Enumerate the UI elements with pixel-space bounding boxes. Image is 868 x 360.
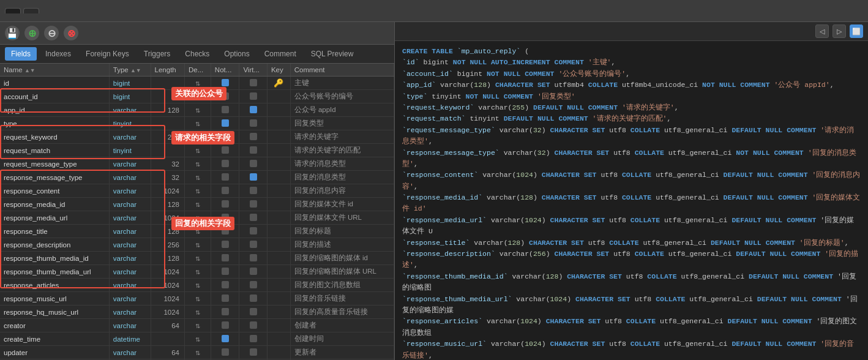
- field-notnull: [211, 184, 239, 198]
- table-row[interactable]: response_content varchar 1024 ⇅ 回复的消息内容: [0, 184, 394, 198]
- field-virtual: [239, 225, 268, 238]
- field-notnull: [211, 319, 239, 332]
- save-button[interactable]: 💾: [5, 26, 20, 40]
- tab-comment[interactable]: Comment: [258, 47, 302, 61]
- table-row[interactable]: response_title varchar 128 ⇅ 回复的标题: [0, 225, 394, 238]
- table-row[interactable]: request_keyword varchar 255 ⇅ 请求的关键字: [0, 130, 394, 144]
- field-name: create_time: [0, 332, 109, 346]
- field-length: 32: [151, 171, 184, 184]
- field-default: ⇅: [184, 144, 211, 157]
- table-row[interactable]: response_media_id varchar 128 ⇅ 回复的媒体文件 …: [0, 198, 394, 211]
- field-key: [267, 171, 290, 184]
- copy-sql-button[interactable]: ⬜: [850, 24, 863, 38]
- table-row[interactable]: id bigint ⇅ 🔑 主键: [0, 77, 394, 90]
- field-default: ⇅: [184, 90, 211, 103]
- field-default: ⇅: [184, 130, 211, 144]
- table-row[interactable]: response_message_type varchar 32 ⇅ 回复的消息…: [0, 171, 394, 184]
- sub-tabs: Fields Indexes Foreign Keys Triggers Che…: [0, 45, 394, 64]
- nav-back-button[interactable]: ◁: [815, 24, 829, 38]
- field-virtual: [239, 103, 268, 117]
- table-row[interactable]: create_time datetime ⇅ 创建时间: [0, 332, 394, 346]
- field-key: [267, 225, 290, 238]
- field-virtual: [239, 198, 268, 211]
- col-comment[interactable]: Comment: [290, 64, 394, 77]
- col-notnull[interactable]: Not...: [211, 64, 239, 77]
- field-notnull: [211, 332, 239, 346]
- field-notnull: [211, 346, 239, 359]
- field-notnull: [211, 252, 239, 265]
- col-virtual[interactable]: Virt...: [239, 64, 268, 77]
- field-comment: 回复的消息类型: [290, 171, 394, 184]
- delete-button[interactable]: ⊗: [64, 26, 78, 40]
- tab-fields[interactable]: Fields: [5, 47, 37, 61]
- col-default[interactable]: De...: [184, 64, 211, 77]
- field-length: 255: [151, 130, 184, 144]
- sql-line: `request_keyword` varchar(255) DEFAULT N…: [402, 102, 861, 113]
- table-row[interactable]: type tinyint ⇅ 回复类型: [0, 117, 394, 130]
- col-length[interactable]: Length: [151, 64, 184, 77]
- field-length: [151, 77, 184, 90]
- field-name: response_media_url: [0, 211, 109, 225]
- field-type: varchar: [109, 292, 151, 306]
- field-type: varchar: [109, 346, 151, 359]
- table-row[interactable]: request_match tinyint ⇅ 请求的关键字的匹配: [0, 144, 394, 157]
- col-name[interactable]: Name ▲▼: [0, 64, 109, 77]
- remove-field-button[interactable]: ⊖: [44, 26, 59, 40]
- field-name: response_thumb_media_url: [0, 265, 109, 279]
- add-field-button[interactable]: ⊕: [24, 26, 39, 40]
- table-row[interactable]: app_id varchar 128 ⇅ 公众号 appId: [0, 103, 394, 117]
- field-notnull: [211, 90, 239, 103]
- sql-line: `request_match` tinyint DEFAULT NULL COM…: [402, 113, 861, 124]
- main-layout: 💾 ⊕ ⊖ ⊗ Fields Indexes Foreign Keys Trig…: [0, 22, 868, 360]
- field-virtual: [239, 117, 268, 130]
- field-notnull: [211, 238, 239, 252]
- field-type: varchar: [109, 306, 151, 319]
- field-type: varchar: [109, 238, 151, 252]
- field-default: ⇅: [184, 157, 211, 171]
- table-row[interactable]: creator varchar 64 ⇅ 创建者: [0, 319, 394, 332]
- field-key: [267, 103, 290, 117]
- field-comment: 公众号账号的编号: [290, 90, 394, 103]
- field-virtual: [239, 265, 268, 279]
- field-name: response_articles: [0, 279, 109, 292]
- table-row[interactable]: account_id bigint ⇅ 公众号账号的编号: [0, 90, 394, 103]
- tab-sql-preview[interactable]: SQL Preview: [305, 47, 360, 61]
- tab-indexes[interactable]: Indexes: [39, 47, 77, 61]
- field-default: ⇅: [184, 292, 211, 306]
- table-row[interactable]: updater varchar 64 ⇅ 更新者: [0, 346, 394, 359]
- table-row[interactable]: request_message_type varchar 32 ⇅ 请求的消息类…: [0, 157, 394, 171]
- field-default: ⇅: [184, 319, 211, 332]
- table-row[interactable]: response_articles varchar 1024 ⇅ 回复的图文消息…: [0, 279, 394, 292]
- field-virtual: [239, 157, 268, 171]
- field-name: response_hq_music_url: [0, 306, 109, 319]
- field-name: response_media_id: [0, 198, 109, 211]
- nav-forward-button[interactable]: ▷: [832, 24, 846, 38]
- field-name: app_id: [0, 103, 109, 117]
- table-row[interactable]: response_thumb_media_id varchar 128 ⇅ 回复…: [0, 252, 394, 265]
- field-length: [151, 332, 184, 346]
- field-key: [267, 332, 290, 346]
- field-virtual: [239, 90, 268, 103]
- field-virtual: [239, 211, 268, 225]
- tab-mp-auto-reply[interactable]: [23, 8, 39, 13]
- field-type: bigint: [109, 90, 151, 103]
- table-row[interactable]: response_hq_music_url varchar 1024 ⇅ 回复的…: [0, 306, 394, 319]
- table-row[interactable]: response_thumb_media_url varchar 1024 ⇅ …: [0, 265, 394, 279]
- field-default: ⇅: [184, 211, 211, 225]
- tab-triggers[interactable]: Triggers: [138, 47, 177, 61]
- tab-checks[interactable]: Checks: [179, 47, 215, 61]
- field-virtual: [239, 238, 268, 252]
- table-row[interactable]: response_description varchar 256 ⇅ 回复的描述: [0, 238, 394, 252]
- sql-line: `response_title` varchar(128) CHARACTER …: [402, 238, 861, 249]
- field-default: ⇅: [184, 198, 211, 211]
- field-notnull: [211, 292, 239, 306]
- tab-options[interactable]: Options: [218, 47, 255, 61]
- col-type[interactable]: Type ▲▼: [109, 64, 151, 77]
- tab-objects[interactable]: [5, 8, 21, 13]
- field-virtual: [239, 319, 268, 332]
- table-row[interactable]: response_media_url varchar 1024 ⇅ 回复的媒体文…: [0, 211, 394, 225]
- col-key[interactable]: Key: [267, 64, 290, 77]
- tab-foreign-keys[interactable]: Foreign Keys: [80, 47, 135, 61]
- field-default: ⇅: [184, 117, 211, 130]
- table-row[interactable]: response_music_url varchar 1024 ⇅ 回复的音乐链…: [0, 292, 394, 306]
